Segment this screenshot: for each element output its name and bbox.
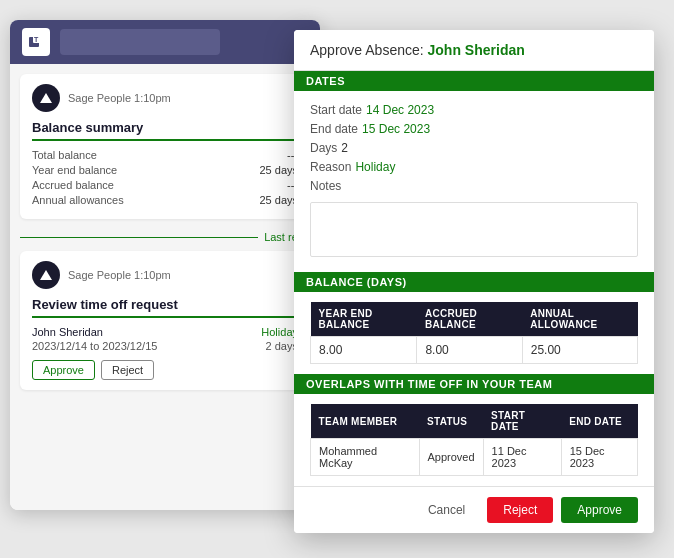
review-type: Holiday <box>261 326 298 338</box>
review-name-row: John Sheridan Holiday <box>32 326 298 338</box>
inline-reject-button[interactable]: Reject <box>101 360 154 380</box>
modal-balance-section: YEAR END BALANCE ACCRUED BALANCE ANNUAL … <box>294 292 654 374</box>
teams-chat-window: T Sage People 1:10pm Balance summary Tot… <box>10 20 320 510</box>
balance-row-total: Total balance --- <box>32 149 298 161</box>
balance-col-annual: ANNUAL ALLOWANCE <box>522 302 637 337</box>
svg-text:T: T <box>34 36 39 43</box>
balance-row-accrued: Accrued balance --- <box>32 179 298 191</box>
teams-logo: T <box>22 28 50 56</box>
balance-label-yearend: Year end balance <box>32 164 117 176</box>
modal-approve-button[interactable]: Approve <box>561 497 638 523</box>
cancel-button[interactable]: Cancel <box>414 497 479 523</box>
balance-val-yearend: 8.00 <box>311 337 417 364</box>
last-read-divider: Last read <box>20 231 310 243</box>
end-date-row: End date 15 Dec 2023 <box>310 122 638 136</box>
days-value: 2 <box>341 141 348 155</box>
overlaps-col-end: END DATE <box>561 404 637 439</box>
modal-title-name: John Sheridan <box>428 42 525 58</box>
review-name: John Sheridan <box>32 326 103 338</box>
avatar-1 <box>32 84 60 112</box>
overlaps-col-status: STATUS <box>419 404 483 439</box>
balance-grid: YEAR END BALANCE ACCRUED BALANCE ANNUAL … <box>310 302 638 364</box>
modal-reject-button[interactable]: Reject <box>487 497 553 523</box>
chat-body: Sage People 1:10pm Balance summary Total… <box>10 64 320 510</box>
balance-col-accrued: ACCRUED BALANCE <box>417 302 522 337</box>
reason-label: Reason <box>310 160 351 174</box>
message-meta-2: Sage People 1:10pm <box>32 261 298 289</box>
overlaps-section-header: OVERLAPS WITH TIME OFF IN YOUR TEAM <box>294 374 654 394</box>
overlaps-start: 11 Dec 2023 <box>483 439 561 476</box>
balance-section-header: BALANCE (DAYS) <box>294 272 654 292</box>
modal-body: DATES Start date 14 Dec 2023 End date 15… <box>294 71 654 486</box>
approve-absence-modal: Approve Absence: John Sheridan DATES Sta… <box>294 30 654 533</box>
balance-summary-title: Balance summary <box>32 120 298 141</box>
modal-title-prefix: Approve Absence: <box>310 42 428 58</box>
notes-textarea[interactable] <box>310 202 638 257</box>
overlaps-member: Mohammed McKay <box>311 439 420 476</box>
balance-data-row: 8.00 8.00 25.00 <box>311 337 638 364</box>
overlaps-status: Approved <box>419 439 483 476</box>
days-row: Days 2 <box>310 141 638 155</box>
start-date-row: Start date 14 Dec 2023 <box>310 103 638 117</box>
start-date-value: 14 Dec 2023 <box>366 103 434 117</box>
review-title: Review time off request <box>32 297 298 318</box>
teams-search-bar[interactable] <box>60 29 220 55</box>
message-meta-1: Sage People 1:10pm <box>32 84 298 112</box>
last-read-line <box>20 237 258 238</box>
overlaps-data-row: Mohammed McKay Approved 11 Dec 2023 15 D… <box>311 439 638 476</box>
inline-approve-button[interactable]: Approve <box>32 360 95 380</box>
end-date-value: 15 Dec 2023 <box>362 122 430 136</box>
start-date-label: Start date <box>310 103 362 117</box>
balance-label-total: Total balance <box>32 149 97 161</box>
balance-value-yearend: 25 days <box>259 164 298 176</box>
notes-label: Notes <box>310 179 341 193</box>
message-sender-1: Sage People 1:10pm <box>68 92 171 104</box>
balance-val-annual: 25.00 <box>522 337 637 364</box>
review-dates-row: 2023/12/14 to 2023/12/15 2 days <box>32 340 298 352</box>
modal-overlaps-section: TEAM MEMBER STATUS START DATE END DATE M… <box>294 394 654 486</box>
balance-col-yearend: YEAR END BALANCE <box>311 302 417 337</box>
dates-section: Start date 14 Dec 2023 End date 15 Dec 2… <box>294 91 654 272</box>
dates-section-header: DATES <box>294 71 654 91</box>
reason-row: Reason Holiday <box>310 160 638 174</box>
overlaps-grid: TEAM MEMBER STATUS START DATE END DATE M… <box>310 404 638 476</box>
review-dates: 2023/12/14 to 2023/12/15 <box>32 340 157 352</box>
balance-label-accrued: Accrued balance <box>32 179 114 191</box>
review-timeoff-message: Sage People 1:10pm Review time off reque… <box>20 251 310 390</box>
overlaps-col-member: TEAM MEMBER <box>311 404 420 439</box>
balance-label-annual: Annual allowances <box>32 194 124 206</box>
overlaps-end: 15 Dec 2023 <box>561 439 637 476</box>
balance-row-yearend: Year end balance 25 days <box>32 164 298 176</box>
days-label: Days <box>310 141 337 155</box>
modal-footer: Cancel Reject Approve <box>294 486 654 533</box>
reason-value: Holiday <box>355 160 395 174</box>
notes-row: Notes <box>310 179 638 193</box>
review-actions: Approve Reject <box>32 360 298 380</box>
modal-header: Approve Absence: John Sheridan <box>294 30 654 71</box>
teams-header: T <box>10 20 320 64</box>
balance-val-accrued: 8.00 <box>417 337 522 364</box>
avatar-2 <box>32 261 60 289</box>
end-date-label: End date <box>310 122 358 136</box>
overlaps-col-start: START DATE <box>483 404 561 439</box>
balance-value-annual: 25 days <box>259 194 298 206</box>
balance-summary-message: Sage People 1:10pm Balance summary Total… <box>20 74 310 219</box>
message-sender-2: Sage People 1:10pm <box>68 269 171 281</box>
balance-table: Total balance --- Year end balance 25 da… <box>32 149 298 206</box>
balance-row-annual: Annual allowances 25 days <box>32 194 298 206</box>
